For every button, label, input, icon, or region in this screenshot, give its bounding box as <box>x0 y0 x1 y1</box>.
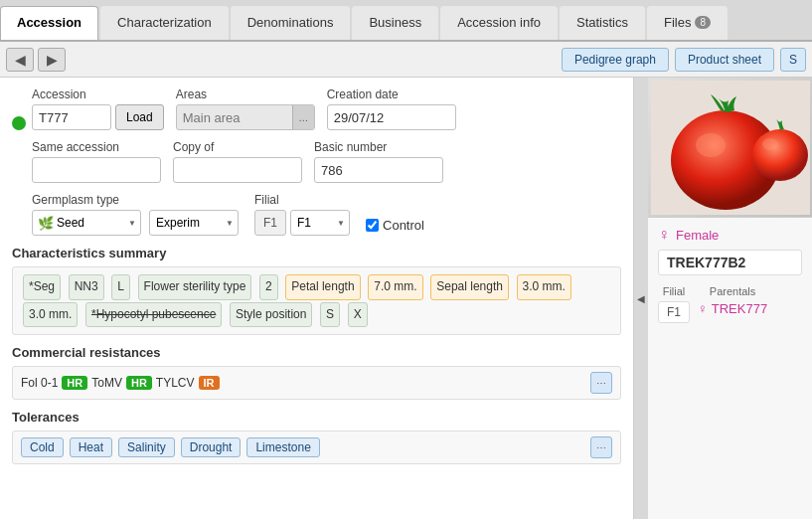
fp-parent-value: ♀ TREK777 <box>698 301 767 316</box>
copy-of-input[interactable] <box>173 157 302 183</box>
right-info: ♀ Female TREK777B2 Filial F1 Parentals ♀ <box>648 218 812 519</box>
same-accession-field-group: Same accession <box>32 140 161 183</box>
char-tag-sepal-length: Sepal length <box>430 274 509 300</box>
back-button[interactable]: ◀ <box>6 48 34 72</box>
right-panel-inner: ◀ <box>634 78 812 519</box>
copy-of-label: Copy of <box>173 140 302 154</box>
creation-date-label: Creation date <box>327 87 456 101</box>
char-tag-petal-length: Petal length <box>285 274 360 300</box>
control-label: Control <box>383 218 424 233</box>
experiment-select[interactable]: Experim <box>149 210 239 236</box>
res-fol-badge: HR <box>62 376 87 390</box>
main-content: Accession Load Areas … Creation date <box>0 78 812 519</box>
extra-button[interactable]: S <box>780 48 806 72</box>
filial-label: Filial <box>254 193 350 207</box>
tab-files[interactable]: Files 8 <box>647 6 728 40</box>
resistance-more-button[interactable]: ⋯ <box>590 372 612 394</box>
characteristics-header: Characteristics summary <box>12 246 621 260</box>
resistance-bar: Fol 0-1 HR ToMV HR TYLCV IR ⋯ <box>12 366 621 400</box>
areas-expand-button[interactable]: … <box>292 105 314 129</box>
tol-heat: Heat <box>70 437 112 457</box>
svg-point-4 <box>762 138 778 150</box>
control-check: Control <box>366 218 424 233</box>
right-collapse-button[interactable]: ◀ <box>634 78 648 519</box>
tab-denominations[interactable]: Denominations <box>231 6 351 40</box>
status-dot <box>12 116 26 130</box>
forward-button[interactable]: ▶ <box>38 48 66 72</box>
svg-point-2 <box>696 133 726 157</box>
characteristics-summary: *Seg NN3 L Flower sterility type 2 Petal… <box>12 266 621 335</box>
pedigree-graph-button[interactable]: Pedigree graph <box>562 48 669 72</box>
svg-point-3 <box>752 129 808 181</box>
tab-business[interactable]: Business <box>352 6 438 40</box>
tomato-image <box>648 78 812 217</box>
char-tag-flower-sterility: Flower sterility type <box>138 274 252 300</box>
female-row: ♀ Female <box>658 226 802 244</box>
same-accession-row: Same accession Copy of Basic number <box>32 140 621 183</box>
control-checkbox[interactable] <box>366 219 379 232</box>
filial-select[interactable]: F1 <box>290 210 350 236</box>
same-accession-input[interactable] <box>32 157 161 183</box>
fp-filial-label: Filial <box>663 285 686 297</box>
toolbar: ◀ ▶ Pedigree graph Product sheet S <box>0 42 812 78</box>
right-panel: ◀ <box>633 78 812 519</box>
commercial-resistances-header: Commercial resistances <box>12 345 621 360</box>
areas-field-group: Areas … <box>176 87 315 130</box>
tolerances-header: Tolerances <box>12 410 621 425</box>
char-tag-l: L <box>111 274 130 300</box>
germplasm-type-label: Germplasm type <box>32 193 141 207</box>
tol-cold: Cold <box>21 437 64 457</box>
germplasm-row: Germplasm type Seed 🌿 Experim Filial F1 <box>32 193 621 236</box>
res-fol-name: Fol 0-1 <box>21 376 58 390</box>
char-tag-x: X <box>348 302 368 328</box>
accession-code: TREK777B2 <box>658 250 802 275</box>
filial-static-value: F1 <box>254 210 286 236</box>
char-tag-2: 2 <box>259 274 278 300</box>
copy-of-field-group: Copy of <box>173 140 302 183</box>
same-accession-label: Same accession <box>32 140 161 154</box>
res-tomv-badge: HR <box>126 376 152 390</box>
res-tylcv-badge: IR <box>199 376 220 390</box>
char-tag-hypocotyl: *Hypocotyl pubescence <box>85 302 222 328</box>
tab-characterization[interactable]: Characterization <box>100 6 229 40</box>
left-panel: Accession Load Areas … Creation date <box>0 78 633 519</box>
filial-parentals: Filial F1 Parentals ♀ TREK777 <box>658 285 802 323</box>
tol-salinity: Salinity <box>118 437 175 457</box>
female-label: Female <box>676 228 719 243</box>
fp-filial-value: F1 <box>658 301 690 323</box>
parent-name: TREK777 <box>712 301 767 316</box>
tab-statistics[interactable]: Statistics <box>560 6 645 40</box>
char-tag-7mm: 7.0 mm. <box>368 274 422 300</box>
tomato-svg <box>651 81 810 215</box>
parent-icon: ♀ <box>698 301 708 316</box>
basic-number-field-group: Basic number <box>314 140 443 183</box>
tabs-bar: Accession Characterization Denominations… <box>0 0 812 42</box>
tab-accession[interactable]: Accession <box>0 6 98 40</box>
fp-parentals-col: Parentals ♀ TREK777 <box>698 285 767 316</box>
files-badge: 8 <box>695 16 711 29</box>
creation-date-input[interactable] <box>327 104 456 130</box>
char-tag-3mm-sepal: 3.0 mm. <box>517 274 571 300</box>
tab-accession-info[interactable]: Accession info <box>440 6 558 40</box>
germplasm-field-group: Germplasm type Seed 🌿 <box>32 193 141 236</box>
char-tag-style-position: Style position <box>230 302 312 328</box>
creation-date-field-group: Creation date <box>327 87 456 130</box>
basic-number-input[interactable] <box>314 157 443 183</box>
tol-drought: Drought <box>181 437 242 457</box>
accession-field-group: Accession Load <box>32 87 164 130</box>
basic-number-label: Basic number <box>314 140 443 154</box>
accession-label: Accession <box>32 87 164 101</box>
fp-parentals-label: Parentals <box>710 285 755 297</box>
char-tag-3mm: 3.0 mm. <box>23 302 78 328</box>
areas-label: Areas <box>176 87 315 101</box>
tol-limestone: Limestone <box>246 437 319 457</box>
load-button[interactable]: Load <box>115 104 164 130</box>
tolerance-more-button[interactable]: ⋯ <box>590 436 612 458</box>
product-sheet-button[interactable]: Product sheet <box>675 48 774 72</box>
tolerance-bar: Cold Heat Salinity Drought Limestone ⋯ <box>12 431 621 464</box>
nav-buttons: ◀ ▶ <box>6 48 66 72</box>
accession-input[interactable] <box>32 104 111 130</box>
fp-filial-col: Filial F1 <box>658 285 690 323</box>
filial-field-group: Filial F1 F1 <box>254 193 350 236</box>
char-tag-nn3: NN3 <box>69 274 104 300</box>
